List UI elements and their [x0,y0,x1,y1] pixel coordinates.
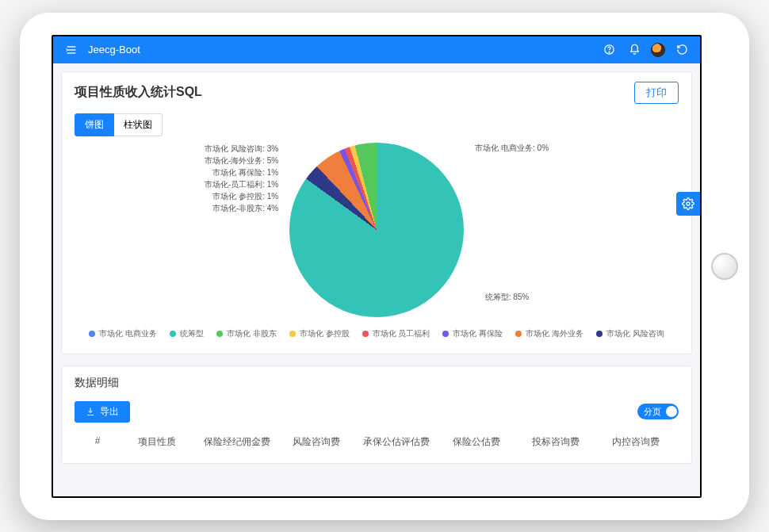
tablet-frame: Jeecg-Boot [20,13,749,520]
svg-point-5 [687,202,690,205]
legend-item[interactable]: 统筹型 [170,328,204,339]
pager-toggle[interactable]: 分页 [637,404,679,419]
pie-callout: 市场化 风险咨询: 3% [205,143,278,155]
legend-label: 市场化 再保险 [453,328,503,339]
avatar[interactable] [651,43,665,57]
table-column-header: 投标咨询费 [516,435,596,449]
detail-card: 数据明细 导出 分页 #项目性质保险经纪佣金费风险咨询费承保公估评估费保险公估费… [61,366,692,464]
toggle-knob [666,406,677,417]
legend-label: 市场化 非股东 [227,328,277,339]
table-header: #项目性质保险经纪佣金费风险咨询费承保公估评估费保险公估费投标咨询费内控咨询费 [75,431,679,449]
pie-callout: 市场化 电商业务: 0% [475,144,549,152]
legend-label: 市场化 参控股 [300,328,350,339]
pie-callout: 市场化-海外业务: 5% [205,155,278,166]
chart-legend: 市场化 电商业务统筹型市场化 非股东市场化 参控股市场化 员工福利市场化 再保险… [89,328,664,339]
chart-type-tabs: 饼图 柱状图 [75,113,679,136]
pie-callout: 市场化-员工福利: 1% [205,178,278,190]
page-content: 项目性质收入统计SQL 打印 饼图 柱状图 市场化 风险咨询: 3% 市场化-海… [53,63,700,496]
pie-callouts-right: 市场化 电商业务: 0% [475,143,549,154]
help-icon[interactable] [600,41,618,59]
legend-dot [515,331,522,337]
legend-dot [362,331,369,337]
pie-callout: 市场化 再保险: 1% [212,166,278,178]
bell-icon[interactable] [626,41,643,59]
table-column-header: 内控咨询费 [595,435,675,449]
app-screen: Jeecg-Boot [52,35,702,498]
pager-label: 分页 [644,406,661,418]
legend-item[interactable]: 市场化 参控股 [289,328,350,339]
home-button[interactable] [711,253,738,280]
topbar: Jeecg-Boot [53,36,700,63]
legend-dot [442,331,449,337]
table-column-header: 项目性质 [117,435,197,449]
legend-item[interactable]: 市场化 非股东 [216,328,277,339]
pie-callout-main: 统筹型: 85% [485,292,530,303]
chart-card: 项目性质收入统计SQL 打印 饼图 柱状图 市场化 风险咨询: 3% 市场化-海… [61,71,692,354]
menu-icon[interactable] [63,41,80,59]
legend-item[interactable]: 市场化 员工福利 [362,328,430,339]
table-column-header: # [78,435,117,449]
detail-title: 数据明细 [75,376,679,390]
download-icon [86,407,95,416]
legend-label: 市场化 风险咨询 [606,328,664,339]
brand-title: Jeecg-Boot [88,44,140,55]
table-column-header: 保险经纪佣金费 [197,435,277,449]
table-column-header: 承保公估评估费 [357,435,437,449]
legend-item[interactable]: 市场化 风险咨询 [596,328,664,339]
pie-callout: 市场化-非股东: 4% [212,202,278,214]
legend-label: 市场化 海外业务 [526,328,583,339]
legend-dot [170,331,176,337]
table-column-header: 保险公估费 [436,435,516,449]
tab-bar[interactable]: 柱状图 [114,113,163,136]
legend-dot [596,331,603,337]
table-column-header: 风险咨询费 [277,435,357,449]
legend-label: 市场化 员工福利 [373,328,430,339]
page-title: 项目性质收入统计SQL [75,84,202,101]
pie-chart: 市场化 风险咨询: 3% 市场化-海外业务: 5% 市场化 再保险: 1% 市场… [75,141,679,339]
legend-label: 市场化 电商业务 [99,328,157,339]
print-button[interactable]: 打印 [634,82,679,104]
legend-item[interactable]: 市场化 海外业务 [515,328,583,339]
legend-item[interactable]: 市场化 电商业务 [89,328,157,339]
gear-icon [682,197,694,210]
pie-callouts-left: 市场化 风险咨询: 3% 市场化-海外业务: 5% 市场化 再保险: 1% 市场… [205,143,278,214]
export-button[interactable]: 导出 [75,401,130,423]
refresh-icon[interactable] [673,41,691,59]
pie-callout: 市场化 参控股: 1% [212,190,278,202]
legend-label: 统筹型 [180,328,204,339]
tab-pie[interactable]: 饼图 [75,113,114,136]
legend-dot [216,331,223,337]
export-label: 导出 [100,405,119,419]
legend-dot [89,331,95,337]
legend-dot [289,331,296,337]
pie-graphic: 统筹型: 85% [289,143,464,317]
settings-drawer-button[interactable] [676,192,700,216]
svg-point-4 [609,52,610,52]
legend-item[interactable]: 市场化 再保险 [442,328,503,339]
